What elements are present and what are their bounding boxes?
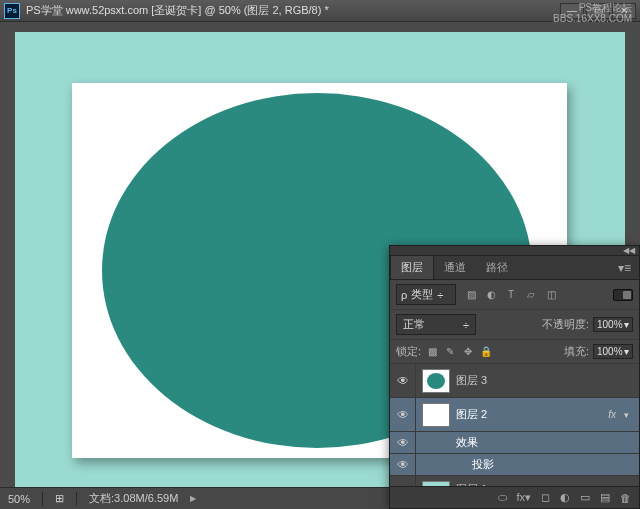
layer-item[interactable]: 👁 图层 3	[390, 364, 639, 398]
opacity-input[interactable]: 100%▾	[593, 317, 633, 332]
close-button[interactable]: ✕	[612, 3, 636, 19]
lock-position-icon[interactable]: ✥	[461, 345, 475, 359]
layer-thumbnail[interactable]	[422, 369, 450, 393]
visibility-icon[interactable]: 👁	[390, 432, 416, 453]
collapse-icon[interactable]: ◀◀	[623, 246, 635, 255]
app-logo: Ps	[4, 3, 20, 19]
layer-name[interactable]: 图层 2	[456, 407, 604, 422]
visibility-icon[interactable]: 👁	[390, 476, 416, 486]
tab-paths[interactable]: 路径	[476, 256, 518, 279]
fill-input[interactable]: 100%▾	[593, 344, 633, 359]
lock-paint-icon[interactable]: ✎	[443, 345, 457, 359]
filter-row: ρ类型÷ ▨ ◐ T ▱ ◫	[390, 280, 639, 310]
opacity-label: 不透明度:	[542, 317, 589, 332]
layer-name[interactable]: 图层 3	[456, 373, 633, 388]
panel-tabs: 图层 通道 路径 ▾≡	[390, 256, 639, 280]
group-icon[interactable]: ▭	[580, 491, 590, 504]
document-title: PS学堂 www.52psxt.com [圣诞贺卡] @ 50% (图层 2, …	[26, 3, 560, 18]
lock-row: 锁定: ▩ ✎ ✥ 🔒 填充: 100%▾	[390, 340, 639, 364]
panel-footer: ⬭ fx▾ ◻ ◐ ▭ ▤ 🗑	[390, 486, 639, 508]
mask-icon[interactable]: ◻	[541, 491, 550, 504]
tab-layers[interactable]: 图层	[390, 255, 434, 279]
lock-transparent-icon[interactable]: ▩	[425, 345, 439, 359]
panel-menu-icon[interactable]: ▾≡	[610, 257, 639, 279]
delete-icon[interactable]: 🗑	[620, 492, 631, 504]
layer-effect-item[interactable]: 👁 投影	[390, 454, 639, 476]
status-icon[interactable]: ⊞	[55, 492, 64, 505]
layers-panel: ◀◀ 图层 通道 路径 ▾≡ ρ类型÷ ▨ ◐ T ▱ ◫ 正常÷ 不透明度: …	[389, 245, 640, 509]
lock-all-icon[interactable]: 🔒	[479, 345, 493, 359]
tab-channels[interactable]: 通道	[434, 256, 476, 279]
minimize-button[interactable]: ―	[560, 3, 584, 19]
effect-label: 效果	[416, 435, 639, 450]
filter-smart-icon[interactable]: ◫	[544, 288, 558, 302]
effect-label: 投影	[416, 457, 639, 472]
fill-label: 填充:	[564, 344, 589, 359]
zoom-level[interactable]: 50%	[8, 493, 30, 505]
layer-thumbnail[interactable]	[422, 403, 450, 427]
filter-adjust-icon[interactable]: ◐	[484, 288, 498, 302]
fx-badge[interactable]: fx	[604, 409, 620, 420]
expand-fx-icon[interactable]: ▾	[620, 410, 633, 420]
visibility-icon[interactable]: 👁	[390, 364, 416, 397]
layer-thumbnail[interactable]	[422, 481, 450, 487]
blend-row: 正常÷ 不透明度: 100%▾	[390, 310, 639, 340]
lock-label: 锁定:	[396, 344, 421, 359]
filter-shape-icon[interactable]: ▱	[524, 288, 538, 302]
link-layers-icon[interactable]: ⬭	[498, 491, 506, 504]
fx-menu-icon[interactable]: fx▾	[516, 491, 531, 504]
maximize-button[interactable]: ▭	[586, 3, 610, 19]
visibility-icon[interactable]: 👁	[390, 454, 416, 475]
filter-type-icon[interactable]: T	[504, 288, 518, 302]
adjustment-icon[interactable]: ◐	[560, 491, 570, 504]
filter-pixel-icon[interactable]: ▨	[464, 288, 478, 302]
new-layer-icon[interactable]: ▤	[600, 491, 610, 504]
title-bar: Ps PS学堂 www.52psxt.com [圣诞贺卡] @ 50% (图层 …	[0, 0, 640, 22]
layer-effect-group[interactable]: 👁 效果	[390, 432, 639, 454]
layer-item-selected[interactable]: 👁 图层 2 fx ▾	[390, 398, 639, 432]
filter-kind-select[interactable]: ρ类型÷	[396, 284, 456, 305]
blend-mode-select[interactable]: 正常÷	[396, 314, 476, 335]
layer-item[interactable]: 👁 图层 1	[390, 476, 639, 486]
filter-toggle[interactable]	[613, 289, 633, 301]
visibility-icon[interactable]: 👁	[390, 398, 416, 431]
doc-info-menu[interactable]: ▶	[190, 494, 196, 503]
doc-info[interactable]: 文档:3.08M/6.59M	[89, 491, 178, 506]
layer-list: 👁 图层 3 👁 图层 2 fx ▾ 👁 效果 👁 投影 👁 图层 1	[390, 364, 639, 486]
